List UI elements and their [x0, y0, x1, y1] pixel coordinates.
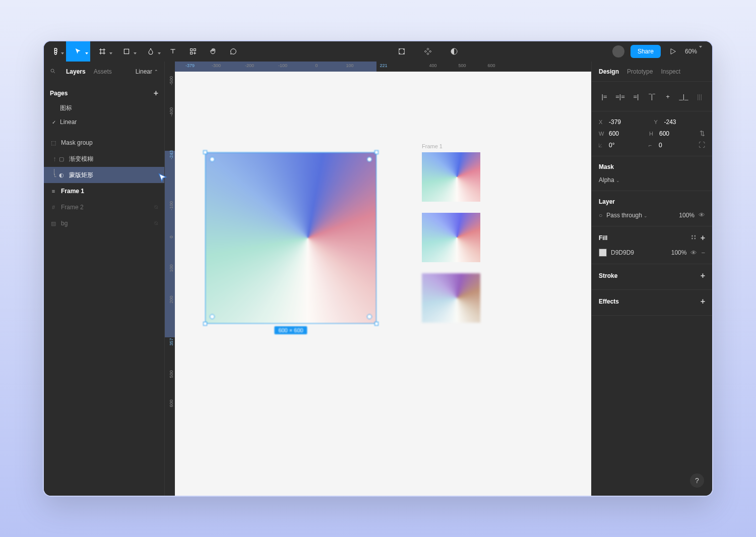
align-hcenter-button[interactable]: =|= [615, 91, 626, 102]
mask-section-title: Mask [599, 161, 705, 174]
canvas-viewport[interactable]: 600 × 600 Frame 1 [175, 72, 591, 496]
svg-rect-3 [191, 52, 193, 54]
hidden-icon[interactable]: ⦰ [154, 220, 158, 227]
share-button[interactable]: Share [631, 45, 661, 58]
mask-mode-dropdown[interactable]: Alpha ⌄ [599, 176, 620, 184]
boolean-tool-button[interactable] [444, 41, 464, 62]
present-button[interactable] [667, 41, 679, 62]
fill-visibility-icon[interactable]: 👁 [690, 249, 697, 257]
layer-section-title: Layer [599, 196, 705, 209]
canvas-frame-thumb[interactable]: Frame 1 [422, 152, 480, 202]
pages-header-label: Pages [50, 90, 68, 97]
add-effect-button[interactable]: + [701, 297, 705, 306]
align-left-button[interactable]: |= [599, 91, 610, 102]
component-tool-button[interactable] [392, 41, 412, 62]
add-page-button[interactable]: + [154, 89, 158, 98]
left-panel: Layers Assets Linear ⌃ Pages + 图标 Linear… [44, 62, 165, 496]
fill-section-title: Fill [599, 234, 607, 242]
resources-tool-button[interactable] [183, 41, 203, 62]
layer-row-selected[interactable]: │ └ ◐ 蒙版矩形 [44, 167, 164, 183]
svg-point-7 [399, 53, 400, 53]
align-right-button[interactable]: =| [631, 91, 642, 102]
rotation-field[interactable]: 0° [609, 142, 645, 149]
svg-rect-1 [191, 49, 193, 51]
constrain-proportions-button[interactable]: ⇅ [700, 130, 705, 137]
distribute-button[interactable]: ||| [694, 91, 705, 102]
align-top-button[interactable]: ‾|‾ [647, 91, 658, 102]
help-button[interactable]: ? [690, 473, 704, 488]
layers-tab[interactable]: Layers [66, 68, 86, 75]
canvas-frame-thumb[interactable] [422, 273, 480, 323]
fill-color-swatch[interactable] [599, 249, 607, 257]
effects-section-title: Effects [599, 298, 619, 305]
svg-rect-2 [194, 49, 196, 51]
canvas-frame-thumb[interactable] [422, 213, 480, 262]
page-item[interactable]: 图标 [50, 101, 158, 115]
layer-opacity-field[interactable]: 100% [679, 212, 695, 219]
stroke-section-title: Stroke [599, 272, 617, 279]
prototype-tab[interactable]: Prototype [627, 68, 653, 75]
svg-point-10 [51, 69, 54, 72]
app-window: Share 60% Layers Assets Linear ⌃ [43, 40, 713, 497]
rectangle-icon: ▢ [58, 155, 65, 162]
shape-tool-button[interactable] [114, 41, 139, 62]
fill-opacity-field[interactable]: 100% [671, 249, 687, 256]
layer-row-bg[interactable]: ▨ bg ⦰ [44, 215, 164, 231]
dimension-badge: 600 × 600 [274, 326, 307, 334]
canvas-area[interactable]: -379 -300 -200 -100 0 100 200 221 300 40… [165, 62, 591, 496]
y-field[interactable]: -243 [664, 118, 706, 126]
blend-mode-dropdown[interactable]: Pass through ⌄ [606, 212, 648, 219]
svg-point-5 [399, 49, 400, 49]
layer-row[interactable]: ↑ ▢ 渐变模糊 [44, 151, 164, 167]
mask-group-icon: ⬚ [50, 139, 57, 146]
add-fill-button[interactable]: + [701, 233, 705, 243]
align-vcenter-button[interactable]: + [662, 91, 673, 102]
selected-object[interactable]: 600 × 600 [205, 152, 376, 324]
width-field[interactable]: 600 [609, 130, 645, 137]
move-tool-button[interactable] [66, 41, 90, 62]
assets-tab[interactable]: Assets [94, 68, 112, 75]
hand-tool-button[interactable] [203, 41, 223, 62]
layer-row-mask-group[interactable]: ⬚ Mask group [44, 135, 164, 151]
top-toolbar: Share 60% [44, 41, 712, 62]
svg-point-6 [403, 49, 404, 49]
frame-tool-button[interactable] [90, 41, 114, 62]
visibility-toggle-icon[interactable]: 👁 [699, 211, 705, 219]
add-stroke-button[interactable]: + [701, 271, 705, 280]
independent-corners-button[interactable]: ⛶ [699, 141, 705, 149]
comment-tool-button[interactable] [223, 41, 243, 62]
x-field[interactable]: -379 [609, 118, 650, 126]
radius-field[interactable]: 0 [659, 142, 695, 149]
layer-row-frame1[interactable]: ≡ Frame 1 [44, 183, 164, 199]
inspect-tab[interactable]: Inspect [661, 68, 680, 75]
svg-point-8 [403, 53, 404, 53]
text-tool-button[interactable] [163, 41, 183, 62]
horizontal-ruler: -379 -300 -200 -100 0 100 200 221 300 40… [165, 62, 591, 72]
height-field[interactable]: 600 [659, 130, 696, 137]
hash-icon: # [50, 204, 57, 211]
remove-fill-button[interactable]: − [701, 249, 705, 257]
hidden-icon[interactable]: ⦰ [154, 204, 158, 211]
layers-list: ⬚ Mask group ↑ ▢ 渐变模糊 │ └ ◐ 蒙版矩形 ≡ Frame… [44, 133, 164, 233]
user-avatar[interactable] [612, 45, 624, 57]
vertical-ruler: -500 -400 -300 -243 -200 -100 0 100 200 … [165, 72, 175, 496]
frame-list-icon: ≡ [50, 188, 57, 195]
search-icon[interactable] [50, 68, 56, 76]
pen-tool-button[interactable] [139, 41, 163, 62]
fill-styles-button[interactable]: ∷ [691, 233, 696, 243]
page-item[interactable]: Linear [50, 115, 158, 129]
page-selector-dropdown[interactable]: Linear ⌃ [136, 68, 158, 75]
right-panel: Design Prototype Inspect |= =|= =| ‾|‾ +… [591, 62, 712, 496]
svg-rect-0 [124, 49, 129, 53]
design-tab[interactable]: Design [599, 68, 619, 75]
mask-tool-button[interactable] [418, 41, 438, 62]
contrast-icon: ◐ [58, 171, 65, 178]
figma-menu-button[interactable] [46, 41, 66, 62]
zoom-dropdown[interactable]: 60% [685, 48, 704, 55]
image-icon: ▨ [50, 220, 57, 227]
align-bottom-button[interactable]: _|_ [678, 91, 689, 102]
layer-row-frame2[interactable]: # Frame 2 ⦰ [44, 199, 164, 215]
fill-hex-field[interactable]: D9D9D9 [611, 249, 634, 256]
frame-label: Frame 1 [422, 143, 443, 149]
